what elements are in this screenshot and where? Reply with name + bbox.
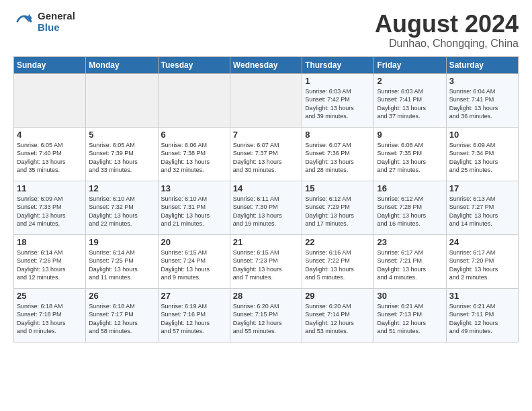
- day-number: 29: [305, 291, 371, 301]
- calendar-cell: 24Sunrise: 6:17 AMSunset: 7:20 PMDayligh…: [446, 234, 518, 288]
- day-number: 28: [233, 291, 299, 301]
- calendar-table: Sunday Monday Tuesday Wednesday Thursday…: [13, 56, 519, 342]
- calendar-cell: 3Sunrise: 6:04 AMSunset: 7:41 PMDaylight…: [446, 73, 518, 127]
- calendar-cell: 15Sunrise: 6:12 AMSunset: 7:29 PMDayligh…: [302, 181, 374, 234]
- calendar-cell: [86, 73, 158, 127]
- day-info: Sunrise: 6:04 AMSunset: 7:41 PMDaylight:…: [449, 87, 515, 121]
- day-info: Sunrise: 6:08 AMSunset: 7:35 PMDaylight:…: [377, 141, 443, 175]
- col-sunday: Sunday: [14, 56, 86, 73]
- calendar-cell: 1Sunrise: 6:03 AMSunset: 7:42 PMDaylight…: [302, 73, 374, 127]
- calendar-cell: 5Sunrise: 6:05 AMSunset: 7:39 PMDaylight…: [86, 127, 158, 181]
- day-number: 24: [449, 237, 515, 247]
- day-info: Sunrise: 6:03 AMSunset: 7:42 PMDaylight:…: [305, 87, 371, 121]
- calendar-cell: 7Sunrise: 6:07 AMSunset: 7:37 PMDaylight…: [230, 127, 302, 181]
- calendar-cell: 14Sunrise: 6:11 AMSunset: 7:30 PMDayligh…: [230, 181, 302, 234]
- calendar-cell: 11Sunrise: 6:09 AMSunset: 7:33 PMDayligh…: [14, 181, 86, 234]
- day-number: 1: [305, 76, 371, 86]
- calendar-cell: [158, 73, 230, 127]
- calendar-cell: 2Sunrise: 6:03 AMSunset: 7:41 PMDaylight…: [374, 73, 446, 127]
- page-container: General Blue August 2024 Dunhao, Chongqi…: [0, 0, 532, 349]
- day-info: Sunrise: 6:07 AMSunset: 7:37 PMDaylight:…: [233, 141, 299, 175]
- logo: General Blue: [13, 11, 75, 33]
- col-saturday: Saturday: [446, 56, 518, 73]
- calendar-cell: 13Sunrise: 6:10 AMSunset: 7:31 PMDayligh…: [158, 181, 230, 234]
- logo-general-text: General: [38, 11, 75, 22]
- logo-icon: [13, 11, 35, 33]
- day-number: 30: [377, 291, 443, 301]
- day-info: Sunrise: 6:14 AMSunset: 7:26 PMDaylight:…: [17, 248, 83, 282]
- day-number: 17: [449, 183, 515, 193]
- day-info: Sunrise: 6:21 AMSunset: 7:13 PMDaylight:…: [377, 302, 443, 336]
- day-info: Sunrise: 6:16 AMSunset: 7:22 PMDaylight:…: [305, 248, 371, 282]
- day-info: Sunrise: 6:18 AMSunset: 7:17 PMDaylight:…: [89, 302, 154, 336]
- calendar-cell: 8Sunrise: 6:07 AMSunset: 7:36 PMDaylight…: [302, 127, 374, 181]
- day-number: 5: [89, 130, 154, 140]
- day-info: Sunrise: 6:10 AMSunset: 7:32 PMDaylight:…: [89, 195, 154, 228]
- day-number: 9: [377, 130, 443, 140]
- calendar-week-2: 4Sunrise: 6:05 AMSunset: 7:40 PMDaylight…: [14, 127, 519, 181]
- day-number: 27: [161, 291, 227, 301]
- day-number: 22: [305, 237, 371, 247]
- day-number: 26: [89, 291, 154, 301]
- calendar-cell: [14, 73, 86, 127]
- day-info: Sunrise: 6:17 AMSunset: 7:20 PMDaylight:…: [449, 248, 515, 282]
- day-info: Sunrise: 6:15 AMSunset: 7:24 PMDaylight:…: [161, 248, 227, 282]
- day-number: 15: [305, 183, 371, 193]
- header: General Blue August 2024 Dunhao, Chongqi…: [13, 11, 519, 50]
- calendar-week-3: 11Sunrise: 6:09 AMSunset: 7:33 PMDayligh…: [14, 181, 519, 234]
- calendar-week-5: 25Sunrise: 6:18 AMSunset: 7:18 PMDayligh…: [14, 288, 519, 342]
- calendar-cell: 6Sunrise: 6:06 AMSunset: 7:38 PMDaylight…: [158, 127, 230, 181]
- day-number: 14: [233, 183, 299, 193]
- day-number: 31: [449, 291, 515, 301]
- day-number: 23: [377, 237, 443, 247]
- calendar-cell: [230, 73, 302, 127]
- day-number: 21: [233, 237, 299, 247]
- day-info: Sunrise: 6:11 AMSunset: 7:30 PMDaylight:…: [233, 195, 299, 228]
- day-info: Sunrise: 6:14 AMSunset: 7:25 PMDaylight:…: [89, 248, 154, 282]
- day-number: 19: [89, 237, 154, 247]
- calendar-cell: 22Sunrise: 6:16 AMSunset: 7:22 PMDayligh…: [302, 234, 374, 288]
- calendar-cell: 10Sunrise: 6:09 AMSunset: 7:34 PMDayligh…: [446, 127, 518, 181]
- col-wednesday: Wednesday: [230, 56, 302, 73]
- calendar-cell: 16Sunrise: 6:12 AMSunset: 7:28 PMDayligh…: [374, 181, 446, 234]
- calendar-cell: 18Sunrise: 6:14 AMSunset: 7:26 PMDayligh…: [14, 234, 86, 288]
- calendar-cell: 17Sunrise: 6:13 AMSunset: 7:27 PMDayligh…: [446, 181, 518, 234]
- calendar-cell: 20Sunrise: 6:15 AMSunset: 7:24 PMDayligh…: [158, 234, 230, 288]
- col-friday: Friday: [374, 56, 446, 73]
- calendar-cell: 4Sunrise: 6:05 AMSunset: 7:40 PMDaylight…: [14, 127, 86, 181]
- day-info: Sunrise: 6:05 AMSunset: 7:40 PMDaylight:…: [17, 141, 83, 175]
- col-thursday: Thursday: [302, 56, 374, 73]
- day-number: 16: [377, 183, 443, 193]
- month-title: August 2024: [375, 11, 519, 38]
- day-number: 12: [89, 183, 154, 193]
- day-number: 13: [161, 183, 227, 193]
- calendar-cell: 12Sunrise: 6:10 AMSunset: 7:32 PMDayligh…: [86, 181, 158, 234]
- calendar-cell: 25Sunrise: 6:18 AMSunset: 7:18 PMDayligh…: [14, 288, 86, 342]
- calendar-week-1: 1Sunrise: 6:03 AMSunset: 7:42 PMDaylight…: [14, 73, 519, 127]
- title-area: August 2024 Dunhao, Chongqing, China: [375, 11, 519, 50]
- day-number: 18: [17, 237, 83, 247]
- day-info: Sunrise: 6:10 AMSunset: 7:31 PMDaylight:…: [161, 195, 227, 228]
- day-number: 11: [17, 183, 83, 193]
- day-number: 2: [377, 76, 443, 86]
- calendar-cell: 28Sunrise: 6:20 AMSunset: 7:15 PMDayligh…: [230, 288, 302, 342]
- day-info: Sunrise: 6:20 AMSunset: 7:14 PMDaylight:…: [305, 302, 371, 336]
- day-info: Sunrise: 6:12 AMSunset: 7:28 PMDaylight:…: [377, 195, 443, 228]
- day-info: Sunrise: 6:17 AMSunset: 7:21 PMDaylight:…: [377, 248, 443, 282]
- calendar-cell: 27Sunrise: 6:19 AMSunset: 7:16 PMDayligh…: [158, 288, 230, 342]
- calendar-cell: 9Sunrise: 6:08 AMSunset: 7:35 PMDaylight…: [374, 127, 446, 181]
- calendar-cell: 26Sunrise: 6:18 AMSunset: 7:17 PMDayligh…: [86, 288, 158, 342]
- day-info: Sunrise: 6:09 AMSunset: 7:33 PMDaylight:…: [17, 195, 83, 228]
- day-info: Sunrise: 6:21 AMSunset: 7:11 PMDaylight:…: [449, 302, 515, 336]
- day-info: Sunrise: 6:18 AMSunset: 7:18 PMDaylight:…: [17, 302, 83, 336]
- calendar-cell: 19Sunrise: 6:14 AMSunset: 7:25 PMDayligh…: [86, 234, 158, 288]
- calendar-cell: 30Sunrise: 6:21 AMSunset: 7:13 PMDayligh…: [374, 288, 446, 342]
- calendar-cell: 21Sunrise: 6:15 AMSunset: 7:23 PMDayligh…: [230, 234, 302, 288]
- calendar-cell: 29Sunrise: 6:20 AMSunset: 7:14 PMDayligh…: [302, 288, 374, 342]
- calendar-week-4: 18Sunrise: 6:14 AMSunset: 7:26 PMDayligh…: [14, 234, 519, 288]
- day-number: 4: [17, 130, 83, 140]
- header-row: Sunday Monday Tuesday Wednesday Thursday…: [14, 56, 519, 73]
- day-number: 7: [233, 130, 299, 140]
- day-info: Sunrise: 6:19 AMSunset: 7:16 PMDaylight:…: [161, 302, 227, 336]
- day-info: Sunrise: 6:12 AMSunset: 7:29 PMDaylight:…: [305, 195, 371, 228]
